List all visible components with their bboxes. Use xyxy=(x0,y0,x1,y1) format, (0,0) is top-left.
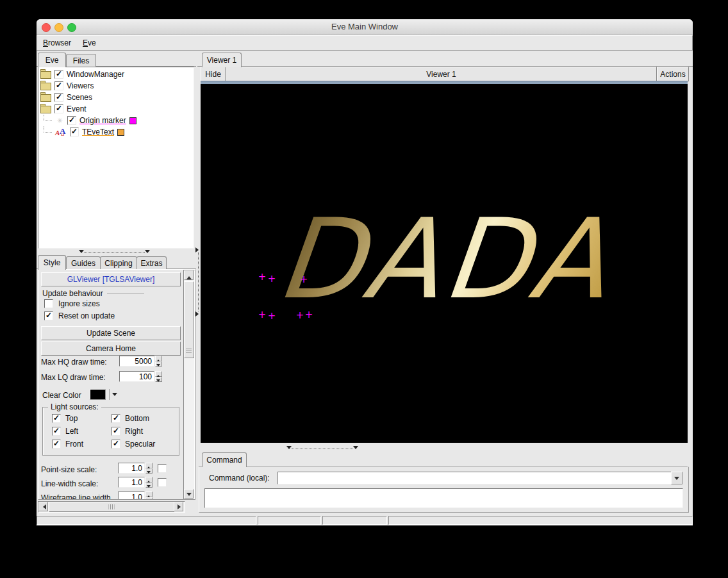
titlebar[interactable]: Eve Main Window xyxy=(37,19,693,35)
tree-row-scenes[interactable]: Scenes xyxy=(40,92,194,103)
wireframe-label: Wireframe line width xyxy=(41,493,111,500)
clear-color-dropdown[interactable] xyxy=(109,389,119,400)
tree-item-label[interactable]: Event xyxy=(67,104,87,113)
tab-extras-label: Extras xyxy=(140,259,162,268)
ignore-sizes-checkbox[interactable] xyxy=(44,299,53,308)
light-right-row: Right xyxy=(112,427,143,436)
glviewer-header-button[interactable]: GLViewer [TGLSAViewer] xyxy=(41,272,181,286)
tree-item-label[interactable]: Viewers xyxy=(67,81,94,90)
line-width-input[interactable] xyxy=(118,477,145,488)
style-vertical-scrollbar[interactable] xyxy=(183,270,195,500)
tab-style[interactable]: Style xyxy=(38,255,66,270)
tree-row-tevetext[interactable]: Ω TEveText xyxy=(40,126,194,138)
style-panel: GLViewer [TGLSAViewer] Update behaviour … xyxy=(38,269,195,500)
update-scene-button[interactable]: Update Scene xyxy=(41,326,181,340)
point-size-checkbox[interactable] xyxy=(158,464,167,473)
tree-row-windowmanager[interactable]: WindowManager xyxy=(40,69,194,80)
tab-eve[interactable]: Eve xyxy=(38,53,66,67)
command-input[interactable] xyxy=(277,472,675,484)
splitter-dots xyxy=(84,252,145,253)
color-swatch[interactable] xyxy=(117,129,124,136)
splitter-dots xyxy=(198,252,199,311)
max-lq-spinner[interactable] xyxy=(155,371,162,382)
command-output[interactable] xyxy=(204,488,683,508)
menu-eve[interactable]: Eve xyxy=(77,38,102,47)
max-hq-spinner[interactable] xyxy=(155,356,162,367)
horizontal-splitter[interactable] xyxy=(79,250,150,256)
light-bottom-label: Bottom xyxy=(125,414,149,423)
wireframe-input[interactable] xyxy=(118,491,145,500)
light-top-checkbox[interactable] xyxy=(52,414,61,423)
tree-row-event[interactable]: Event xyxy=(40,103,194,115)
tab-guides[interactable]: Guides xyxy=(66,256,101,269)
tab-extras[interactable]: Extras xyxy=(136,256,167,269)
menu-browser[interactable]: Browser xyxy=(37,38,77,47)
scroll-right-button[interactable] xyxy=(174,502,183,511)
light-front-row: Front xyxy=(52,440,83,449)
wireframe-spinner[interactable] xyxy=(145,491,153,500)
tab-command[interactable]: Command xyxy=(202,452,247,467)
viewer-title-bar[interactable]: Viewer 1 xyxy=(226,67,657,81)
reset-on-update-row: Reset on update xyxy=(44,311,115,320)
vertical-splitter[interactable] xyxy=(195,247,201,317)
tree-checkbox[interactable] xyxy=(67,116,76,125)
tree-item-label[interactable]: Scenes xyxy=(67,93,92,102)
command-splitter[interactable] xyxy=(286,446,358,452)
scroll-down-button[interactable] xyxy=(184,489,194,499)
max-lq-input[interactable] xyxy=(119,371,154,382)
light-specular-checkbox[interactable] xyxy=(112,440,120,449)
statusbar-cell xyxy=(258,516,321,525)
tree-checkbox[interactable] xyxy=(54,104,63,113)
tab-clipping[interactable]: Clipping xyxy=(100,256,137,269)
scroll-thumb[interactable] xyxy=(49,502,174,512)
scroll-up-button[interactable] xyxy=(184,270,194,280)
actions-button[interactable]: Actions xyxy=(657,67,689,81)
scroll-left-button[interactable] xyxy=(38,502,48,511)
clear-color-swatch[interactable] xyxy=(90,389,106,400)
reset-on-update-checkbox[interactable] xyxy=(44,311,53,320)
hide-button[interactable]: Hide xyxy=(201,67,226,81)
line-width-spinner[interactable] xyxy=(145,477,153,488)
clear-color-label: Clear Color xyxy=(42,391,81,400)
line-width-checkbox[interactable] xyxy=(158,478,167,487)
light-front-label: Front xyxy=(65,440,83,449)
gl-viewport[interactable]: DADA +++++++ xyxy=(201,84,688,443)
scroll-thumb[interactable] xyxy=(184,281,194,358)
tab-files[interactable]: Files xyxy=(66,54,96,67)
light-left-checkbox[interactable] xyxy=(52,427,61,436)
splitter-arrow-down-icon xyxy=(145,250,150,256)
command-dropdown-button[interactable] xyxy=(671,472,682,484)
scene-tree: WindowManager Viewers Scenes Event ✳ Ori… xyxy=(38,67,194,249)
point-size-spinner[interactable] xyxy=(145,463,153,474)
light-bottom-checkbox[interactable] xyxy=(112,414,120,423)
light-sources-legend: Light sources: xyxy=(48,402,101,411)
tab-viewer-1[interactable]: Viewer 1 xyxy=(202,53,242,67)
camera-home-button[interactable]: Camera Home xyxy=(41,342,181,356)
tree-row-origin-marker[interactable]: ✳ Origin marker xyxy=(40,115,194,126)
tab-files-label: Files xyxy=(73,56,89,65)
light-right-checkbox[interactable] xyxy=(112,427,120,436)
light-left-label: Left xyxy=(65,427,78,436)
actions-button-label: Actions xyxy=(660,70,685,79)
scroll-grip xyxy=(109,504,115,509)
tree-row-viewers[interactable]: Viewers xyxy=(40,80,194,92)
ignore-sizes-label: Ignore sizes xyxy=(58,299,100,308)
tree-item-label[interactable]: TEveText xyxy=(82,128,114,136)
sidebar-horizontal-scrollbar[interactable] xyxy=(38,501,185,513)
tree-checkbox[interactable] xyxy=(70,128,79,136)
tree-checkbox[interactable] xyxy=(54,70,63,79)
point-size-input[interactable] xyxy=(118,463,145,474)
tree-checkbox[interactable] xyxy=(54,93,63,102)
group-rule xyxy=(107,293,144,294)
scene-marker: + xyxy=(258,310,267,320)
max-hq-input[interactable] xyxy=(119,356,154,367)
tree-item-label[interactable]: Origin marker xyxy=(79,116,126,125)
light-front-checkbox[interactable] xyxy=(52,440,61,449)
chevron-down-icon xyxy=(112,393,117,399)
color-swatch[interactable] xyxy=(129,117,136,124)
tree-item-label[interactable]: WindowManager xyxy=(67,70,124,79)
light-right-label: Right xyxy=(125,427,143,436)
tree-connector xyxy=(44,115,52,121)
statusbar-cell xyxy=(37,516,256,525)
tree-checkbox[interactable] xyxy=(54,81,63,90)
